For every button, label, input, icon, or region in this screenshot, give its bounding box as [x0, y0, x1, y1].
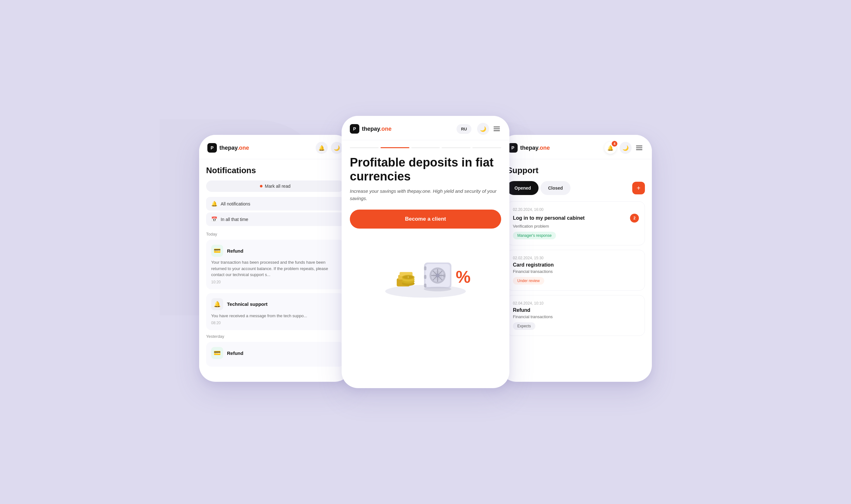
logo-text-center: thepay.one	[362, 126, 456, 132]
yesterday-label: Yesterday	[206, 334, 344, 339]
svg-point-21	[436, 273, 440, 278]
header-icons-left: 🔔 🌙	[315, 142, 343, 154]
ticket-card-1[interactable]: 02.20.2024, 16:00 Log in to my personal …	[507, 201, 645, 245]
ticket-2-badge: Under review	[513, 277, 544, 285]
hamburger-menu-right[interactable]	[635, 144, 644, 151]
notifications-content: Notifications Mark all read 🔔 All notifi…	[199, 159, 351, 381]
ticket-3-category: Financial transactions	[513, 314, 639, 319]
today-label: Today	[206, 232, 344, 236]
language-button[interactable]: RU	[456, 124, 471, 134]
landing-subtext: Increase your savings with thepay.one. H…	[350, 188, 501, 202]
notif-refund-time: 10:20	[211, 280, 339, 284]
svg-text:₿: ₿	[408, 276, 409, 279]
svg-point-27	[424, 287, 451, 292]
header-icons-center: RU 🌙	[456, 123, 501, 135]
logo-icon-left: P	[207, 143, 217, 152]
ticket-1-date: 02.20.2024, 16:00	[513, 208, 639, 212]
tab-opened[interactable]: Opened	[507, 181, 539, 195]
ticket-1-badge: Manager's response	[513, 232, 556, 239]
notifications-title: Notifications	[206, 166, 344, 175]
bell-filter-icon: 🔔	[211, 201, 217, 207]
phone-left-header: P thepay.one 🔔 🌙	[199, 135, 351, 159]
moon-button-right[interactable]: 🌙	[619, 142, 632, 154]
progress-bar-5	[472, 147, 501, 148]
refund-icon: 💳	[211, 245, 223, 257]
progress-bar-4	[442, 147, 470, 148]
phone-center: P thepay.one RU 🌙	[342, 116, 509, 388]
ticket-2-category: Financial transactions	[513, 269, 639, 274]
progress-bar-1	[350, 147, 379, 148]
logo-icon-center: P	[350, 124, 359, 133]
logo-text-left: thepay.one	[219, 145, 315, 151]
phone-right-header: P thepay.one 🔔 4 🌙	[500, 135, 652, 159]
notif-techsupport-body: You have received a message from the tec…	[211, 313, 339, 319]
hamburger-menu-center[interactable]	[492, 125, 501, 132]
landing-content: Profitable deposits in fiat currencies I…	[342, 140, 509, 311]
ticket-2-title: Card registration	[513, 262, 554, 268]
notif-card-refund-yesterday[interactable]: 💳 Refund	[206, 342, 344, 366]
filter-in-all-time[interactable]: 📅 In all that time	[206, 212, 344, 226]
ticket-2-title-row: Card registration	[513, 262, 639, 268]
notif-techsupport-title: Technical support	[227, 301, 268, 307]
support-tabs: Opened Closed +	[507, 181, 645, 195]
notification-badge: 4	[612, 141, 617, 147]
notif-card-techsupport[interactable]: 🔔 Technical support You have received a …	[206, 293, 344, 330]
progress-bar-2-active	[381, 147, 409, 148]
ticket-1-category: Verification problem	[513, 224, 639, 229]
svg-rect-23	[424, 266, 426, 270]
ticket-card-2[interactable]: 02.02.2024, 15:30 Card registration Fina…	[507, 250, 645, 291]
ticket-3-date: 02.04.2024, 10:10	[513, 301, 639, 306]
refund-yesterday-icon: 💳	[211, 347, 223, 359]
support-content: Support Opened Closed + 02.20.2024, 16:0…	[500, 159, 652, 381]
svg-rect-24	[424, 275, 426, 279]
mark-all-read-button[interactable]: Mark all read	[206, 180, 344, 192]
notif-card-refund-yesterday-header: 💳 Refund	[211, 347, 339, 359]
calendar-filter-icon: 📅	[211, 216, 217, 222]
svg-rect-25	[424, 284, 426, 288]
notif-refund-title: Refund	[227, 248, 243, 254]
landing-illustration: ₿	[350, 235, 501, 305]
notif-card-refund-today[interactable]: 💳 Refund Your transaction has been proce…	[206, 240, 344, 289]
moon-button-center[interactable]: 🌙	[477, 123, 489, 135]
ticket-1-title-row: Log in to my personal cabinet 2	[513, 214, 639, 222]
phone-center-header: P thepay.one RU 🌙	[342, 116, 509, 140]
landing-headline: Profitable deposits in fiat currencies	[350, 156, 501, 183]
phone-right: P thepay.one 🔔 4 🌙 Support	[500, 135, 652, 382]
ticket-3-title-row: Refund	[513, 307, 639, 313]
become-client-button[interactable]: Become a client	[350, 210, 501, 229]
notif-refund-body: Your transaction has been processed and …	[211, 259, 339, 278]
bell-button-left[interactable]: 🔔	[315, 142, 328, 154]
notif-card-refund-header: 💳 Refund	[211, 245, 339, 257]
support-title: Support	[507, 166, 645, 175]
phones-container: P thepay.one 🔔 🌙 Notifications Mark all …	[199, 116, 652, 388]
header-icons-right: 🔔 4 🌙	[604, 142, 644, 154]
moon-button-left[interactable]: 🌙	[331, 142, 343, 154]
add-ticket-button[interactable]: +	[632, 182, 645, 194]
techsupport-icon: 🔔	[211, 298, 223, 310]
notif-techsupport-time: 08:20	[211, 321, 339, 325]
tab-closed[interactable]: Closed	[540, 181, 571, 195]
ticket-3-title: Refund	[513, 307, 530, 313]
filter-all-notifications[interactable]: 🔔 All notifications	[206, 197, 344, 211]
logo-text-right: thepay.one	[520, 145, 604, 151]
notif-techsupport-header: 🔔 Technical support	[211, 298, 339, 310]
progress-bar-3	[411, 147, 440, 148]
ticket-1-title: Log in to my personal cabinet	[513, 215, 585, 221]
landing-progress-bars	[350, 147, 501, 148]
notification-filters: 🔔 All notifications 📅 In all that time	[206, 197, 344, 226]
svg-rect-22	[443, 274, 445, 277]
ticket-1-count: 2	[630, 214, 639, 222]
logo-icon-right: P	[508, 143, 518, 152]
phone-left: P thepay.one 🔔 🌙 Notifications Mark all …	[199, 135, 351, 382]
ticket-card-3[interactable]: 02.04.2024, 10:10 Refund Financial trans…	[507, 295, 645, 336]
unread-dot	[260, 185, 262, 187]
svg-text:%: %	[456, 268, 470, 286]
ticket-2-date: 02.02.2024, 15:30	[513, 256, 639, 260]
ticket-3-badge: Expects	[513, 322, 536, 330]
bell-button-right[interactable]: 🔔 4	[604, 142, 616, 154]
notif-refund-yesterday-title: Refund	[227, 350, 243, 356]
